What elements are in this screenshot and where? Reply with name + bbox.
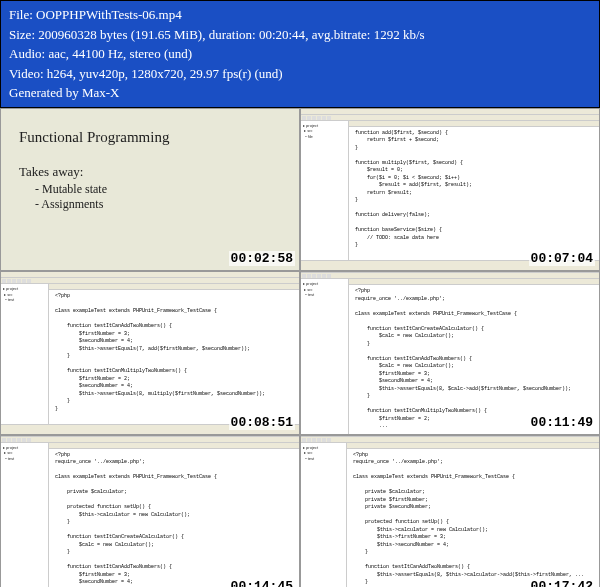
ide-project-tree: ▸ project ▸ src • test (301, 443, 347, 587)
size-line: Size: 200960328 bytes (191.65 MiB), dura… (9, 25, 591, 45)
ide-code-editor: <?php require_once '../example.php'; cla… (349, 285, 599, 434)
ide-code-editor: <?php class exampleTest extends PHPUnit_… (49, 290, 299, 424)
ide-window: ▸ project ▸ src • test <?php require_onc… (301, 272, 599, 434)
ide-project-tree: ▸ project ▸ src • file (301, 121, 349, 261)
thumbnail-4: ▸ project ▸ src • test <?php require_onc… (300, 271, 600, 435)
generated-by-line: Generated by Max-X (9, 83, 591, 103)
ide-window: ▸ project ▸ src • test <?php require_onc… (1, 436, 299, 587)
ide-project-tree: ▸ project ▸ src • test (301, 279, 349, 434)
thumbnail-5: ▸ project ▸ src • test <?php require_onc… (0, 435, 300, 587)
file-line: File: OOPPHPWithTests-06.mp4 (9, 5, 591, 25)
timestamp-label: 00:11:49 (529, 415, 595, 430)
video-line: Video: h264, yuv420p, 1280x720, 29.97 fp… (9, 64, 591, 84)
slide-content: Functional Programming Takes away: - Mut… (1, 109, 299, 271)
ide-code-editor: function add($first, $second) { return $… (349, 127, 599, 261)
media-info-header: File: OOPPHPWithTests-06.mp4 Size: 20096… (0, 0, 600, 108)
slide-bullet: - Mutable state (19, 182, 281, 197)
thumbnail-2: ▸ project ▸ src • file function add($fir… (300, 108, 600, 272)
thumbnail-6: ▸ project ▸ src • test <?php require_onc… (300, 435, 600, 587)
ide-window: ▸ project ▸ src • file function add($fir… (301, 109, 599, 271)
ide-code-editor: <?php require_once '../example.php'; cla… (49, 449, 299, 587)
audio-line: Audio: aac, 44100 Hz, stereo (und) (9, 44, 591, 64)
timestamp-label: 00:08:51 (229, 415, 295, 430)
ide-window: ▸ project ▸ src • test <?php require_onc… (301, 436, 599, 587)
thumbnail-grid: Functional Programming Takes away: - Mut… (0, 108, 600, 588)
timestamp-label: 00:17:42 (529, 579, 595, 588)
slide-title: Functional Programming (19, 129, 281, 146)
slide-bullet: - Assignments (19, 197, 281, 212)
ide-window: ▸ project ▸ src • test <?php class examp… (1, 272, 299, 434)
ide-project-tree: ▸ project ▸ src • test (1, 284, 49, 424)
ide-project-tree: ▸ project ▸ src • test (1, 443, 49, 587)
timestamp-label: 00:02:58 (229, 251, 295, 266)
ide-code-editor: <?php require_once '../example.php'; cla… (347, 449, 599, 587)
timestamp-label: 00:14:45 (229, 579, 295, 588)
thumbnail-3: ▸ project ▸ src • test <?php class examp… (0, 271, 300, 435)
timestamp-label: 00:07:04 (529, 251, 595, 266)
thumbnail-1: Functional Programming Takes away: - Mut… (0, 108, 300, 272)
slide-subtitle: Takes away: (19, 164, 281, 180)
